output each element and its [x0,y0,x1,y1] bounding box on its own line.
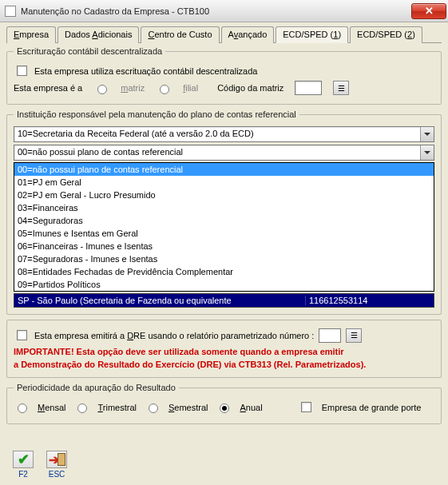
radio-trimestral[interactable] [77,404,87,413]
window-title: Manutenção no Cadastro da Empresa - CTB1… [21,6,411,16]
app-icon [5,6,16,17]
radio-anual[interactable] [220,404,229,413]
combo-plano-contas[interactable]: 00=não possui plano de contas referencia… [14,145,434,161]
lookup-icon: ☰ [351,331,358,340]
lbl-tipo-empresa: Esta empresa é a [14,83,82,93]
group-escrituracao: Escrituração contábil descentralizada Es… [6,46,442,105]
lbl-semestral: Semestral [168,403,208,412]
btn-confirm-f2[interactable]: ✔ F2 [13,451,34,479]
dropdown-option[interactable]: 03=Financeiras [14,201,434,214]
tab-ecd-sped-1[interactable]: ECD/SPED (1) [276,26,348,43]
group-periodicidade-legend: Periodicidade da apuração do Resultado [14,383,179,392]
lbl-esc: ESC [49,470,65,479]
combo-plano-contas-value: 00=não possui plano de contas referencia… [14,145,420,160]
lbl-mensal: Mensal [38,403,65,412]
dropdown-option[interactable]: 02=PJ em Geral - Lucro Presumido [14,189,434,201]
combo-instituicao-value: 10=Secretaria da Receita Federal (até a … [14,127,420,141]
tab-centro-custo[interactable]: Centro de Custo [141,26,219,43]
lbl-anual: Anual [240,403,262,412]
btn-lookup-dre[interactable]: ☰ [346,328,362,343]
dropdown-option[interactable]: 00=não possui plano de contas referencia… [14,163,434,176]
lookup-icon: ☰ [338,84,345,93]
lbl-matriz: matriz [121,83,145,93]
group-periodicidade: Periodicidade da apuração do Resultado M… [6,383,442,424]
lbl-dre: Esta empresa emitirá a DRE usando o rela… [34,331,314,340]
close-icon: ✕ [425,5,434,17]
radio-mensal[interactable] [18,404,27,413]
tab-dados-adicionais[interactable]: Dados Adicionais [57,26,139,43]
combo-plano-contas-dropdown[interactable]: 00=não possui plano de contas referencia… [14,162,434,292]
lbl-filial: filial [183,83,198,93]
warning-line-1: IMPORTANTE! Esta opção deve ser utilizad… [14,345,434,358]
chk-escrituracao-descentralizada[interactable] [17,66,27,76]
close-button[interactable]: ✕ [411,3,446,19]
chk-escrituracao-label: Esta empresa utiliza escrituação contábi… [34,66,257,76]
group-instituicao: Instituição responsável pela manutenção … [6,109,442,315]
lbl-grande-porte: Empresa de grande porte [322,403,422,412]
chk-dre[interactable] [17,330,27,340]
group-dre: Esta empresa emitirá a DRE usando o rela… [6,320,442,378]
group-escrituracao-legend: Escrituração contábil descentralizada [14,46,165,56]
lbl-codigo-matriz: Código da matriz [217,83,283,93]
radio-matriz [97,85,107,94]
data-row-sp[interactable]: SP - São Paulo (Secretaria de Fazenda ou… [14,293,434,308]
warning-line-2: a Demonstração do Resultado do Exercício… [14,358,434,371]
dropdown-option[interactable]: 01=PJ em Geral [14,176,434,189]
dropdown-option[interactable]: 06=Financeiras - Imunes e Isentas [14,240,434,252]
btn-exit-esc[interactable]: ➔ ESC [46,451,67,479]
lbl-trimestral: Trimestral [97,403,136,412]
group-instituicao-legend: Instituição responsável pela manutenção … [14,109,299,119]
dropdown-option[interactable]: 05=Imunes e Isentas em Geral [14,227,434,240]
dropdown-option[interactable]: 07=Seguradoras - Imunes e Isentas [14,252,434,265]
btn-lookup-matriz[interactable]: ☰ [333,81,349,95]
data-row-value: 116612553114 [306,296,434,305]
combo-instituicao[interactable]: 10=Secretaria da Receita Federal (até a … [14,126,434,142]
combo-instituicao-btn[interactable] [420,127,434,141]
input-codigo-matriz[interactable] [295,81,322,95]
tab-empresa[interactable]: Empresa [6,26,56,43]
check-icon: ✔ [18,451,30,468]
radio-semestral[interactable] [149,404,158,413]
exit-icon: ➔ [49,452,65,467]
tab-avancado[interactable]: Avançado [221,26,275,43]
dropdown-option[interactable]: 04=Seguradoras [14,214,434,227]
combo-plano-contas-btn[interactable] [420,145,434,160]
chk-grande-porte[interactable] [301,402,311,412]
data-row-label: SP - São Paulo (Secretaria de Fazenda ou… [14,296,306,305]
dropdown-option[interactable]: 09=Partidos Políticos [14,278,434,291]
lbl-f2: F2 [18,470,28,479]
tab-ecd-sped-2[interactable]: ECD/SPED (2) [350,26,422,43]
dropdown-option[interactable]: 08=Entidades Fechadas de Previdência Com… [14,265,434,278]
input-dre-numero[interactable] [319,328,341,343]
radio-filial [160,85,169,94]
tab-strip: Empresa Dados Adicionais Centro de Custo… [6,26,442,43]
